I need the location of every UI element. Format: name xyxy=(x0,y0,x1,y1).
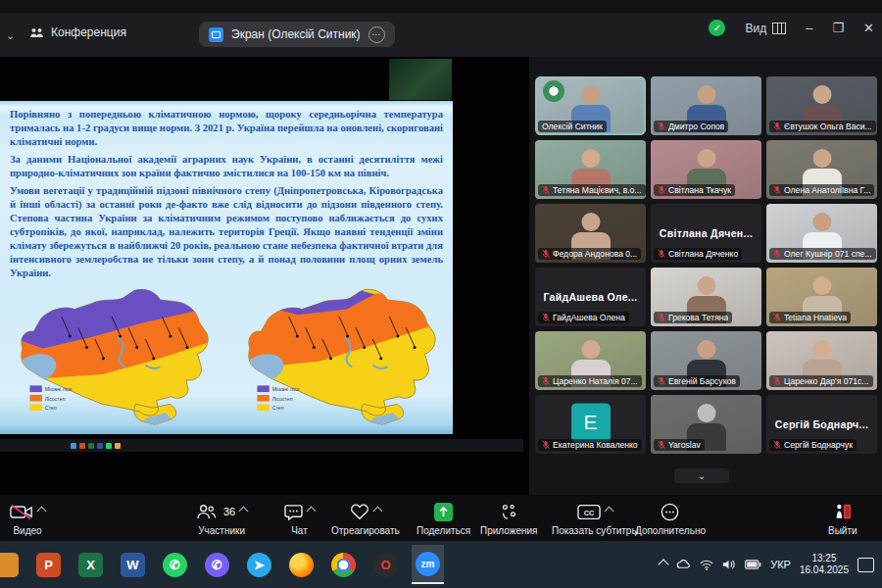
show-more-participants-button[interactable]: ⌄ xyxy=(674,468,729,483)
mic-off-icon xyxy=(542,440,550,450)
screen-share-icon xyxy=(209,27,223,42)
collapse-chevron-icon[interactable]: ⌄ xyxy=(6,29,15,42)
participant-name-label: Світлана Ткачук xyxy=(654,184,735,196)
toolbar-react-button[interactable]: Отреагировать xyxy=(331,500,400,536)
tray-date: 16.04.2025 xyxy=(800,564,849,575)
mic-off-icon xyxy=(658,440,665,450)
toolbar-chat-button[interactable]: Чат xyxy=(284,500,315,536)
toolbar-button-label: Чат xyxy=(291,525,308,536)
participant-name-label: Царенко Дар'я 071с... xyxy=(769,375,873,387)
view-button[interactable]: Вид xyxy=(745,22,786,35)
shared-screen-region: Порівняно з попередньою кліматичною норм… xyxy=(0,57,529,495)
participant-name-label: Сергій Боднарчук xyxy=(769,439,857,451)
taskbar-app-telegram[interactable]: ➤ xyxy=(243,545,275,584)
taskbar-app-whatsapp[interactable]: ✆ xyxy=(159,545,191,584)
toolbar-apps-button[interactable]: Приложения xyxy=(480,500,538,536)
taskbar-app-opera[interactable]: O xyxy=(369,545,402,584)
tab-conference[interactable]: Конференция xyxy=(29,25,126,39)
chrome-icon xyxy=(331,553,356,577)
windows-taskbar: PXW✆✆➤Ozm УКР 13:25 16.04.2025 xyxy=(0,541,882,588)
chevron-up-icon[interactable] xyxy=(239,506,249,515)
participant-tile[interactable]: Царенко Наталія 07... xyxy=(535,331,646,390)
participant-tile[interactable]: Сергій Боднарч... Сергій Боднарчук xyxy=(766,395,877,454)
share-icon xyxy=(434,503,453,521)
participant-tile[interactable]: Тетяна Мацієвич, в.о... xyxy=(535,140,646,199)
background-logo xyxy=(543,80,564,102)
participant-tile[interactable]: Олег Кушнір 071 спе... xyxy=(766,204,877,263)
taskbar-app-excel[interactable]: X xyxy=(74,545,107,584)
taskbar-app-photos[interactable] xyxy=(0,545,23,584)
toolbar-button-label: Выйти xyxy=(828,525,858,536)
chevron-up-icon[interactable] xyxy=(372,506,382,515)
toolbar-cc-button[interactable]: CCПоказать субтитры xyxy=(552,500,639,536)
window-top-strip xyxy=(0,0,882,13)
toolbar-exit-button[interactable]: Выйти xyxy=(828,500,858,536)
mic-off-icon xyxy=(773,122,781,131)
apps-icon xyxy=(500,503,517,520)
participant-tile[interactable]: Tetiana Hnatieva xyxy=(766,268,877,326)
tab-screen-share[interactable]: Экран (Олексій Ситник) ⋯ xyxy=(199,22,395,47)
tray-expand-icon[interactable] xyxy=(659,559,669,569)
chevron-up-icon[interactable] xyxy=(605,506,614,515)
video-off-icon xyxy=(10,504,33,520)
close-button[interactable]: ✕ xyxy=(863,21,874,35)
participant-tile[interactable]: Грекова Тетяна xyxy=(651,268,761,326)
tab-screen-label: Экран (Олексій Ситник) xyxy=(231,27,361,41)
taskbar-apps: PXW✆✆➤Ozm xyxy=(0,545,444,584)
taskbar-app-viber[interactable]: ✆ xyxy=(201,545,233,584)
taskbar-app-zoom[interactable]: zm xyxy=(412,545,444,584)
toolbar-more-button[interactable]: Дополнительно xyxy=(635,500,706,536)
svg-text:Мішані ліси: Мішані ліси xyxy=(45,386,73,392)
map-legend: Мішані ліси Лісостеп Степ xyxy=(257,385,299,411)
svg-text:Степ: Степ xyxy=(272,405,284,411)
participant-name-label: Yaroslav xyxy=(654,439,705,451)
meeting-toolbar: Видео36УчастникиЧатОтреагироватьПоделить… xyxy=(0,495,882,541)
mic-off-icon xyxy=(773,376,781,386)
toolbar-share-button[interactable]: Поделиться xyxy=(416,500,470,536)
toolbar-button-label: Участники xyxy=(198,525,245,536)
taskbar-app-word[interactable]: W xyxy=(117,545,149,584)
participant-tile[interactable]: Федора Андонова 0... xyxy=(535,204,646,263)
battery-icon[interactable] xyxy=(745,560,761,569)
tab-options-icon[interactable]: ⋯ xyxy=(368,26,385,43)
more-icon xyxy=(661,503,679,521)
mic-off-icon xyxy=(542,376,550,386)
participants-grid: Олексій Ситник Дмитро Сопов Євтушок Ольг… xyxy=(535,76,880,454)
whatsapp-icon: ✆ xyxy=(163,553,187,577)
wifi-icon[interactable] xyxy=(700,560,713,570)
mic-off-icon xyxy=(542,249,550,259)
participant-tile[interactable]: ГайдАшева Оле... ГайдАшева Олена xyxy=(535,268,646,326)
slide-paragraph: Умови вегетації у традиційній підзоні пі… xyxy=(10,184,443,280)
participant-tile[interactable]: Дмитро Сопов xyxy=(651,76,761,135)
toolbar-video-off-button[interactable]: Видео xyxy=(10,500,45,536)
chevron-up-icon[interactable] xyxy=(307,506,317,515)
participant-name-label: Tetiana Hnatieva xyxy=(769,312,851,323)
speaker-icon[interactable] xyxy=(722,559,736,570)
participant-tile[interactable]: Yaroslav xyxy=(651,395,761,454)
participant-tile[interactable]: Царенко Дар'я 071с... xyxy=(766,331,877,390)
map-legend: Мішані ліси Лісостеп Степ xyxy=(29,385,72,411)
tray-clock[interactable]: 13:25 16.04.2025 xyxy=(800,553,849,577)
taskbar-app-chrome[interactable] xyxy=(327,545,360,584)
chevron-up-icon[interactable] xyxy=(37,506,47,515)
participant-name-label: Царенко Наталія 07... xyxy=(538,375,642,387)
participant-tile[interactable]: Олена Анатоліївна Г... xyxy=(766,140,877,199)
participant-tile[interactable]: Світлана Ткачук xyxy=(651,140,761,199)
participant-tile[interactable]: Світлана Дячен... Світлана Дяченко xyxy=(651,204,761,263)
mic-off-icon xyxy=(658,313,665,322)
tray-time: 13:25 xyxy=(811,553,836,564)
participant-tile[interactable]: Євтушок Ольга Васи... xyxy=(766,76,877,135)
onedrive-icon[interactable] xyxy=(676,560,691,570)
taskbar-app-firefox[interactable] xyxy=(285,545,318,584)
action-center-icon[interactable] xyxy=(858,558,874,572)
react-icon xyxy=(350,504,369,520)
toolbar-participants-button[interactable]: 36Участники xyxy=(196,500,247,536)
security-shield-icon[interactable]: ✓ xyxy=(709,20,725,36)
participant-tile[interactable]: E Екатерина Коваленко xyxy=(535,395,646,454)
participant-tile[interactable]: Евгеній Барсуков xyxy=(651,331,761,390)
taskbar-app-powerpoint[interactable]: P xyxy=(32,545,65,584)
participant-tile[interactable]: Олексій Ситник xyxy=(535,76,646,135)
minimize-button[interactable]: – xyxy=(806,21,812,35)
restore-button[interactable]: ❐ xyxy=(832,21,844,35)
language-indicator[interactable]: УКР xyxy=(770,559,791,570)
